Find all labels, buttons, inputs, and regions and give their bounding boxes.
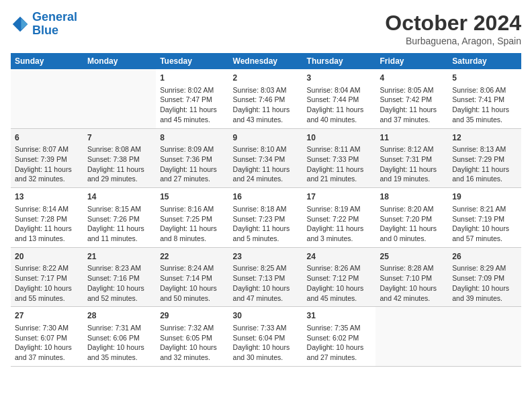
day-number: 31 [307, 310, 372, 322]
calendar-cell: 30Sunrise: 7:33 AMSunset: 6:04 PMDayligh… [229, 307, 303, 367]
logo: General Blue [11, 11, 77, 38]
sunrise-text: Sunrise: 8:12 AM [380, 145, 433, 153]
daylight-text: Daylight: 11 hours and 45 minutes. [160, 105, 217, 124]
sunrise-text: Sunrise: 8:19 AM [307, 205, 361, 213]
daylight-text: Daylight: 11 hours and 8 minutes. [160, 224, 217, 242]
day-number: 6 [15, 132, 79, 144]
day-number: 21 [87, 251, 152, 263]
sunset-text: Sunset: 7:34 PM [233, 155, 285, 163]
calendar-cell: 5Sunrise: 8:06 AMSunset: 7:41 PMDaylight… [448, 69, 521, 128]
daylight-text: Daylight: 11 hours and 32 minutes. [15, 165, 72, 183]
daylight-text: Daylight: 10 hours and 57 minutes. [452, 224, 509, 242]
day-number: 22 [160, 251, 224, 263]
day-number: 4 [380, 73, 444, 84]
daylight-text: Daylight: 10 hours and 39 minutes. [452, 284, 509, 302]
day-number: 24 [307, 251, 372, 263]
daylight-text: Daylight: 10 hours and 30 minutes. [233, 343, 290, 361]
day-number: 25 [380, 251, 444, 263]
weekday-header: Saturday [448, 53, 521, 69]
calendar-week-row: 13Sunrise: 8:14 AMSunset: 7:28 PMDayligh… [11, 188, 521, 248]
sunrise-text: Sunrise: 8:14 AM [15, 205, 69, 213]
sunset-text: Sunset: 6:07 PM [15, 334, 67, 342]
sunset-text: Sunset: 7:17 PM [15, 274, 67, 282]
calendar-cell: 4Sunrise: 8:05 AMSunset: 7:42 PMDaylight… [375, 69, 448, 128]
title-block: October 2024 Burbaguena, Aragon, Spain [385, 11, 521, 46]
calendar-cell: 29Sunrise: 7:32 AMSunset: 6:05 PMDayligh… [156, 307, 228, 367]
calendar-cell: 24Sunrise: 8:26 AMSunset: 7:12 PMDayligh… [303, 247, 376, 307]
calendar-cell: 3Sunrise: 8:04 AMSunset: 7:44 PMDaylight… [303, 69, 376, 128]
day-number: 11 [380, 132, 444, 144]
day-number: 5 [452, 73, 517, 84]
daylight-text: Daylight: 10 hours and 50 minutes. [160, 284, 217, 302]
daylight-text: Daylight: 10 hours and 35 minutes. [87, 343, 144, 361]
sunset-text: Sunset: 7:19 PM [452, 215, 504, 223]
sunrise-text: Sunrise: 8:08 AM [87, 145, 141, 153]
sunrise-text: Sunrise: 8:15 AM [87, 205, 141, 213]
day-number: 2 [233, 73, 299, 84]
location: Burbaguena, Aragon, Spain [385, 36, 521, 46]
weekday-header: Monday [83, 53, 156, 69]
sunset-text: Sunset: 7:47 PM [160, 95, 212, 103]
sunset-text: Sunset: 7:16 PM [87, 274, 140, 282]
calendar-cell: 10Sunrise: 8:11 AMSunset: 7:33 PMDayligh… [303, 128, 376, 188]
day-number: 15 [160, 191, 224, 203]
weekday-header: Wednesday [229, 53, 303, 69]
calendar-cell: 28Sunrise: 7:31 AMSunset: 6:06 PMDayligh… [83, 307, 156, 367]
sunset-text: Sunset: 7:14 PM [160, 274, 212, 282]
calendar-cell: 12Sunrise: 8:13 AMSunset: 7:29 PMDayligh… [448, 128, 521, 188]
calendar-cell: 7Sunrise: 8:08 AMSunset: 7:38 PMDaylight… [83, 128, 156, 188]
sunrise-text: Sunrise: 8:06 AM [452, 86, 506, 94]
svg-marker-1 [21, 18, 28, 30]
sunrise-text: Sunrise: 8:05 AM [380, 86, 433, 94]
sunrise-text: Sunrise: 7:30 AM [15, 324, 69, 332]
sunset-text: Sunset: 7:44 PM [307, 95, 359, 103]
calendar-cell: 18Sunrise: 8:20 AMSunset: 7:20 PMDayligh… [375, 188, 448, 248]
sunrise-text: Sunrise: 8:03 AM [233, 86, 287, 94]
daylight-text: Daylight: 10 hours and 37 minutes. [15, 343, 72, 361]
calendar-cell: 1Sunrise: 8:02 AMSunset: 7:47 PMDaylight… [156, 69, 228, 128]
daylight-text: Daylight: 10 hours and 52 minutes. [87, 284, 144, 302]
sunset-text: Sunset: 7:28 PM [15, 215, 67, 223]
sunset-text: Sunset: 7:09 PM [452, 274, 504, 282]
day-number: 16 [233, 191, 299, 203]
weekday-row: SundayMondayTuesdayWednesdayThursdayFrid… [11, 53, 521, 69]
day-number: 12 [452, 132, 517, 144]
day-number: 30 [233, 310, 299, 322]
day-number: 13 [15, 191, 79, 203]
sunrise-text: Sunrise: 8:13 AM [452, 145, 506, 153]
sunset-text: Sunset: 6:05 PM [160, 334, 212, 342]
day-number: 14 [87, 191, 152, 203]
month-title: October 2024 [385, 11, 521, 36]
daylight-text: Daylight: 11 hours and 40 minutes. [307, 105, 364, 124]
sunrise-text: Sunrise: 8:26 AM [307, 264, 361, 272]
sunset-text: Sunset: 7:38 PM [87, 155, 140, 163]
sunset-text: Sunset: 7:29 PM [452, 155, 504, 163]
sunset-text: Sunset: 7:20 PM [380, 215, 432, 223]
calendar-cell: 8Sunrise: 8:09 AMSunset: 7:36 PMDaylight… [156, 128, 228, 188]
calendar-cell: 2Sunrise: 8:03 AMSunset: 7:46 PMDaylight… [229, 69, 303, 128]
sunset-text: Sunset: 7:33 PM [307, 155, 359, 163]
calendar-cell: 20Sunrise: 8:22 AMSunset: 7:17 PMDayligh… [11, 247, 83, 307]
sunset-text: Sunset: 7:39 PM [15, 155, 67, 163]
daylight-text: Daylight: 11 hours and 3 minutes. [307, 224, 364, 242]
calendar-week-row: 1Sunrise: 8:02 AMSunset: 7:47 PMDaylight… [11, 69, 521, 128]
sunset-text: Sunset: 7:26 PM [87, 215, 140, 223]
day-number: 19 [452, 191, 517, 203]
sunrise-text: Sunrise: 8:20 AM [380, 205, 433, 213]
day-number: 17 [307, 191, 372, 203]
daylight-text: Daylight: 11 hours and 21 minutes. [307, 165, 364, 183]
sunrise-text: Sunrise: 8:23 AM [87, 264, 141, 272]
calendar-cell: 31Sunrise: 7:35 AMSunset: 6:02 PMDayligh… [303, 307, 376, 367]
daylight-text: Daylight: 11 hours and 43 minutes. [233, 105, 290, 124]
calendar-cell: 6Sunrise: 8:07 AMSunset: 7:39 PMDaylight… [11, 128, 83, 188]
sunset-text: Sunset: 6:02 PM [307, 334, 359, 342]
sunset-text: Sunset: 7:46 PM [233, 95, 285, 103]
sunrise-text: Sunrise: 8:25 AM [233, 264, 287, 272]
calendar-cell [375, 307, 448, 367]
logo-general: General [32, 10, 77, 24]
page-header: General Blue October 2024 Burbaguena, Ar… [11, 11, 521, 46]
sunrise-text: Sunrise: 8:29 AM [452, 264, 506, 272]
calendar-cell: 27Sunrise: 7:30 AMSunset: 6:07 PMDayligh… [11, 307, 83, 367]
sunset-text: Sunset: 7:23 PM [233, 215, 285, 223]
daylight-text: Daylight: 10 hours and 55 minutes. [15, 284, 72, 302]
